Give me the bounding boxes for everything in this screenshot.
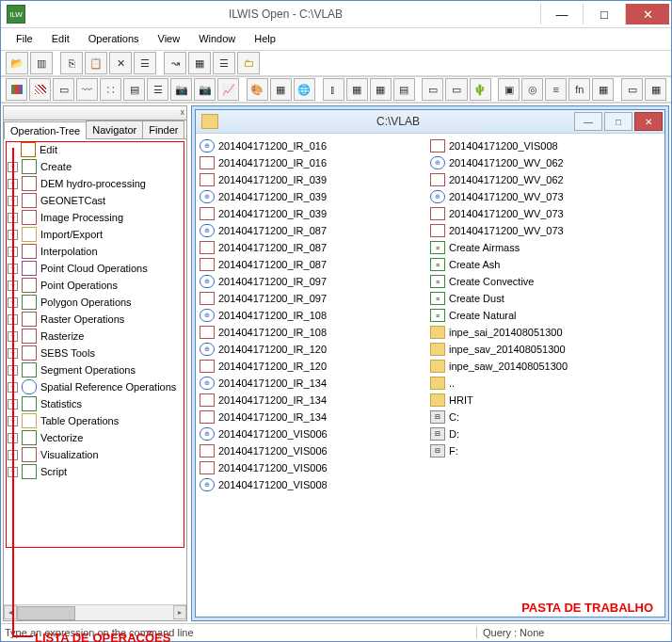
table-icon[interactable]: ▤ [123, 78, 145, 101]
mosaic-icon[interactable]: ▦ [346, 78, 368, 101]
file-item[interactable]: ⊕201404171200_IR_108 [200, 307, 430, 324]
layer1-icon[interactable]: ▭ [422, 78, 443, 101]
layer2-icon[interactable]: ▭ [445, 78, 467, 101]
file-item[interactable]: ⊕201404171200_IR_120 [200, 341, 430, 358]
globe-icon[interactable]: 🌐 [294, 78, 315, 101]
file-item[interactable]: ⊕201404171200_WV_073 [430, 188, 661, 205]
file-item[interactable]: .. [430, 375, 661, 392]
file-item[interactable]: 201404171200_WV_062 [430, 171, 661, 188]
stretch-icon[interactable]: ▤ [393, 78, 415, 101]
file-item[interactable]: 201404171200_IR_016 [200, 154, 430, 171]
graph-icon[interactable]: 📈 [217, 78, 239, 101]
menu-view[interactable]: View [149, 31, 190, 46]
tab-navigator[interactable]: Navigator [86, 120, 143, 138]
file-item[interactable]: ⊕201404171200_IR_016 [200, 137, 430, 154]
tree-hscrollbar[interactable]: ◂ ▸ [4, 604, 186, 620]
copy-icon[interactable]: ⎘ [60, 52, 83, 74]
catalog-titlebar[interactable]: C:\VLAB — □ ✕ [196, 110, 664, 134]
file-item[interactable]: ⊕201404171200_IR_039 [200, 188, 430, 205]
camera-icon[interactable]: 📷 [170, 78, 192, 101]
file-item[interactable]: ≡Create Natural [430, 307, 661, 324]
target-icon[interactable]: ◎ [521, 78, 543, 101]
file-item[interactable]: ≡Create Ash [430, 256, 661, 273]
tree-item-segops[interactable]: +Segment Operations [6, 361, 184, 378]
file-item[interactable]: ⊕201404171200_VIS006 [200, 425, 430, 442]
scroll-right-icon[interactable]: ▸ [173, 605, 186, 619]
delete-icon[interactable]: ✕ [109, 52, 132, 74]
file-item[interactable]: ⊟C: [430, 409, 661, 425]
tree-item-script[interactable]: +Script [6, 463, 184, 480]
tab-operation-tree[interactable]: Operation-Tree [4, 121, 87, 139]
file-item[interactable]: inpe_sai_201408051300 [430, 324, 661, 341]
folder-icon[interactable]: 🗀 [237, 52, 260, 74]
file-item[interactable]: ⊕201404171200_WV_062 [430, 154, 661, 171]
catalog-maximize-button[interactable]: □ [604, 112, 632, 131]
file-item[interactable]: ⊟D: [430, 425, 661, 442]
fn-icon[interactable]: fn [568, 78, 590, 101]
rastermap-icon[interactable] [29, 78, 51, 101]
file-item[interactable]: 201404171200_WV_073 [430, 222, 661, 239]
grid-icon[interactable]: ▦ [188, 52, 211, 74]
file-item[interactable]: 201404171200_VIS006 [200, 459, 430, 476]
tab-finder[interactable]: Finder [142, 120, 184, 138]
file-item[interactable]: ⊕201404171200_VIS008 [200, 476, 430, 493]
camera2-icon[interactable]: 📷 [194, 78, 216, 101]
file-item[interactable]: 201404171200_IR_087 [200, 239, 430, 256]
tree-item-sebs[interactable]: +SEBS Tools [6, 345, 184, 361]
tree-item-edit[interactable]: Edit [6, 141, 184, 158]
open-icon[interactable]: 📂 [6, 52, 28, 74]
file-list[interactable]: ⊕201404171200_IR_016201404171200_IR_0162… [196, 134, 664, 617]
menu-operations[interactable]: Operations [79, 31, 149, 46]
file-item[interactable]: ⊕201404171200_IR_134 [200, 375, 430, 392]
menu-window[interactable]: Window [189, 31, 245, 46]
file-item[interactable]: ≡Create Dust [430, 290, 661, 307]
tree-item-viz[interactable]: +Visualization [6, 446, 184, 463]
tree-item-polyops[interactable]: +Polygon Operations [6, 294, 184, 311]
menu-file[interactable]: File [7, 31, 42, 46]
tree-item-rastops[interactable]: +Raster Operations [6, 311, 184, 328]
tree-item-interp[interactable]: +Interpolation [6, 243, 184, 260]
file-item[interactable]: ≡Create Airmass [430, 239, 661, 256]
tree-item-dem[interactable]: +DEM hydro-processing [6, 175, 184, 192]
pointmap-icon[interactable]: ⸬ [100, 78, 121, 101]
tree-item-rasterize[interactable]: +Rasterize [6, 328, 184, 345]
scroll-thumb[interactable] [17, 606, 75, 620]
polygonmap-icon[interactable]: ▭ [53, 78, 74, 101]
maximize-button[interactable]: □ [583, 4, 625, 24]
scroll-left-icon[interactable]: ◂ [4, 605, 17, 619]
rasterlist-icon[interactable] [6, 78, 27, 101]
script-icon[interactable]: ≡ [545, 78, 567, 101]
tree-item-vectorize[interactable]: +Vectorize [6, 429, 184, 446]
overlay-icon[interactable]: ▦ [592, 78, 614, 101]
file-item[interactable]: 201404171200_IR_134 [200, 409, 430, 425]
file-item[interactable]: 201404171200_IR_134 [200, 392, 430, 409]
tree-item-imgproc[interactable]: +Image Processing [6, 209, 184, 226]
catalog-close-button[interactable]: ✕ [634, 112, 663, 131]
tree-item-tblops[interactable]: +Table Operations [6, 412, 184, 429]
file-item[interactable]: 201404171200_WV_073 [430, 205, 661, 222]
tree-item-stats[interactable]: +Statistics [6, 395, 184, 412]
properties-icon[interactable]: ☰ [134, 52, 156, 74]
file-item[interactable]: 201404171200_VIS008 [430, 137, 661, 154]
file-item[interactable]: inpe_sav_201408051300 [430, 341, 661, 358]
operation-tree[interactable]: Edit+Create+DEM hydro-processing+GEONETC… [4, 139, 186, 604]
file-item[interactable]: ⊕201404171200_IR_097 [200, 273, 430, 290]
chart-icon[interactable]: ▦ [645, 78, 666, 101]
frame-icon[interactable]: ▣ [498, 78, 520, 101]
list2-icon[interactable]: ☰ [147, 78, 168, 101]
file-item[interactable]: 201404171200_IR_120 [200, 358, 430, 375]
menu-edit[interactable]: Edit [42, 31, 79, 46]
histogram-icon[interactable]: ⫿ [323, 78, 344, 101]
cactus-icon[interactable]: 🌵 [470, 78, 491, 101]
file-item[interactable]: 201404171200_IR_087 [200, 256, 430, 273]
file-item[interactable]: 201404171200_IR_108 [200, 324, 430, 341]
tree-item-geonet[interactable]: +GEONETCast [6, 192, 184, 209]
file-item[interactable]: HRIT [430, 392, 661, 409]
tree-item-srs[interactable]: +Spatial Reference Operations [6, 378, 184, 395]
file-item[interactable]: 201404171200_IR_039 [200, 205, 430, 222]
palette-icon[interactable]: 🎨 [247, 78, 268, 101]
tree-item-create[interactable]: +Create [6, 158, 184, 175]
menu-help[interactable]: Help [245, 31, 285, 46]
layers-icon[interactable]: ▥ [30, 52, 53, 74]
dotgrid-icon[interactable]: ▦ [270, 78, 292, 101]
